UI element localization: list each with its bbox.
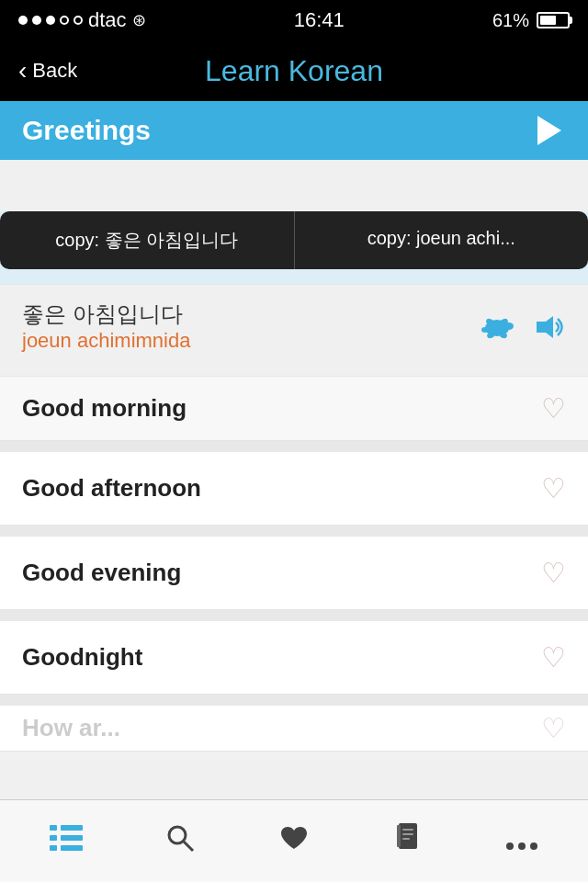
list-item-goodnight[interactable]: Goodnight ♡ — [0, 621, 588, 695]
favorite-icon-good-evening[interactable]: ♡ — [541, 557, 566, 589]
favorite-icon-good-afternoon[interactable]: ♡ — [541, 472, 566, 504]
back-label: Back — [32, 59, 77, 83]
svg-rect-9 — [50, 825, 57, 831]
svg-rect-13 — [50, 845, 57, 851]
section-header: Greetings — [0, 101, 588, 160]
tab-search[interactable] — [123, 800, 237, 882]
status-bar: dtac ⊛ 16:41 61% — [0, 0, 588, 40]
separator-1 — [0, 441, 588, 452]
battery-tip — [570, 17, 572, 24]
item-english-goodnight: Goodnight — [22, 643, 142, 672]
status-right: 61% — [492, 10, 570, 31]
carrier-label: dtac — [88, 8, 127, 32]
battery-icon — [537, 12, 570, 28]
copy-tooltip: copy: 좋은 아침입니다 copy: joeun achi... — [0, 211, 588, 269]
svg-rect-18 — [397, 825, 401, 847]
separator-3 — [0, 610, 588, 621]
svg-rect-19 — [402, 829, 413, 831]
svg-marker-8 — [537, 316, 553, 338]
svg-rect-10 — [61, 825, 83, 831]
signal-dots — [18, 16, 83, 25]
back-chevron-icon: ‹ — [18, 58, 27, 84]
dot-4 — [60, 16, 69, 25]
svg-point-3 — [481, 327, 489, 333]
nav-bar: ‹ Back Learn Korean — [0, 40, 588, 101]
list-item-good-afternoon[interactable]: Good afternoon ♡ — [0, 452, 588, 526]
item-english-partial: How ar... — [22, 714, 120, 742]
battery-percent: 61% — [492, 10, 529, 31]
dot-3 — [46, 16, 55, 25]
play-audio-icon[interactable] — [533, 313, 566, 347]
expanded-actions — [478, 311, 566, 350]
svg-point-22 — [506, 842, 514, 850]
dot-5 — [74, 16, 83, 25]
item-korean-good-morning: 좋은 아침입니다 — [22, 300, 190, 329]
dot-1 — [18, 16, 28, 25]
back-button[interactable]: ‹ Back — [18, 58, 77, 84]
svg-rect-21 — [402, 838, 410, 840]
favorite-icon-good-morning[interactable]: ♡ — [541, 392, 566, 424]
tab-book[interactable] — [351, 800, 465, 882]
play-triangle-icon — [537, 116, 561, 145]
svg-rect-17 — [399, 823, 417, 849]
page-title: Learn Korean — [205, 54, 383, 88]
wifi-icon: ⊛ — [132, 10, 146, 30]
copy-korean-button[interactable]: copy: 좋은 아침입니다 — [0, 211, 295, 269]
svg-rect-14 — [61, 845, 83, 851]
list-item-good-morning[interactable]: 좋은 아침입니다 joeun achimimnida — [0, 285, 588, 377]
item-romanized-good-morning: joeun achimimnida — [22, 329, 190, 353]
svg-point-23 — [518, 842, 526, 850]
list-item-good-evening[interactable]: Good evening ♡ — [0, 537, 588, 610]
heart-icon — [279, 824, 309, 858]
separator-2 — [0, 526, 588, 537]
slow-play-icon[interactable] — [478, 311, 516, 350]
section-title: Greetings — [22, 115, 151, 146]
list-item-partial[interactable]: How ar... ♡ — [0, 706, 588, 752]
svg-rect-11 — [50, 835, 57, 841]
list-item-good-morning-english[interactable]: Good morning ♡ — [0, 377, 588, 441]
item-english-good-morning: Good morning — [22, 394, 187, 423]
svg-point-24 — [530, 842, 537, 850]
favorite-icon-partial[interactable]: ♡ — [541, 712, 566, 744]
time-label: 16:41 — [294, 8, 345, 32]
item-english-good-evening: Good evening — [22, 559, 181, 587]
list-icon — [50, 824, 83, 858]
hello-tooltip-wrapper: copy: 좋은 아침입니다 copy: joeun achi... Hello… — [0, 211, 588, 285]
item-english-good-afternoon: Good afternoon — [22, 474, 201, 503]
svg-rect-12 — [61, 835, 83, 841]
tab-list[interactable] — [9, 800, 123, 882]
expanded-text: 좋은 아침입니다 joeun achimimnida — [22, 300, 190, 353]
tab-bar — [0, 799, 588, 882]
tab-favorites[interactable] — [237, 800, 351, 882]
copy-roman-button[interactable]: copy: joeun achi... — [295, 211, 589, 269]
tab-more[interactable] — [465, 800, 579, 882]
dot-2 — [32, 16, 41, 25]
separator-4 — [0, 695, 588, 706]
svg-point-15 — [169, 827, 186, 843]
battery-fill — [540, 16, 556, 25]
favorite-icon-goodnight[interactable]: ♡ — [541, 641, 566, 673]
svg-line-16 — [184, 842, 193, 851]
book-icon — [395, 823, 421, 860]
search-icon — [165, 823, 195, 860]
svg-rect-20 — [402, 833, 413, 835]
more-icon — [505, 824, 538, 858]
play-button[interactable] — [533, 114, 566, 147]
status-left: dtac ⊛ — [18, 8, 146, 32]
